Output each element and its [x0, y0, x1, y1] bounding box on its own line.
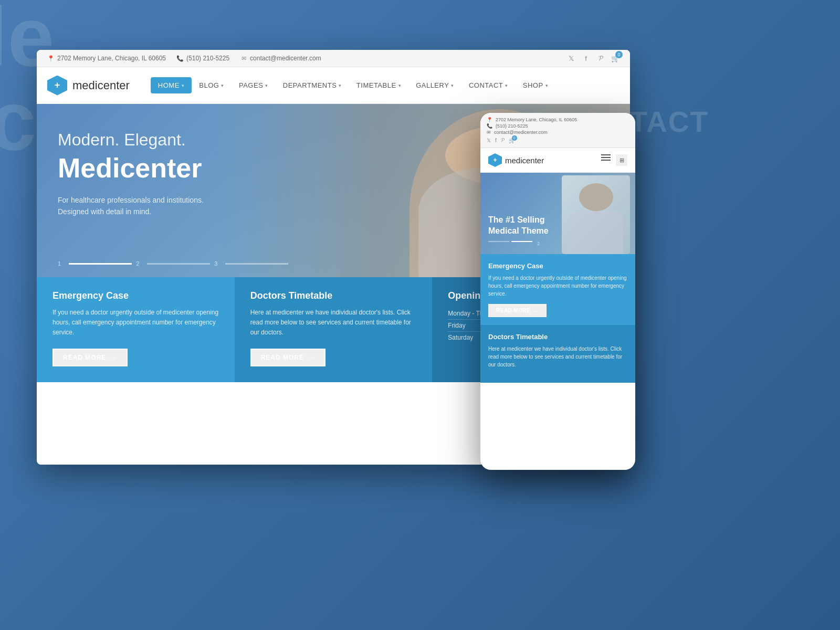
hamburger-line-2: [601, 157, 611, 158]
nav-link-shop[interactable]: SHOP ▾: [516, 77, 555, 93]
logo[interactable]: + medicenter: [47, 76, 130, 96]
mobile-card-emergency-btn[interactable]: READ MORE →: [488, 304, 547, 317]
nav-item-departments[interactable]: DEPARTMENTS ▾: [276, 77, 349, 93]
nav-link-gallery[interactable]: GALLERY ▾: [408, 77, 461, 93]
nav-item-shop[interactable]: SHOP ▾: [516, 77, 555, 93]
indicator-bar-2: [147, 263, 210, 265]
mobile-card-timetable-text: Here at medicenter we have individual do…: [488, 345, 627, 369]
mobile-nav-icons: ⊞: [601, 154, 627, 166]
card-timetable-btn[interactable]: READ MORE →: [250, 349, 326, 366]
card-emergency-btn[interactable]: READ MORE →: [52, 349, 128, 366]
email-item: ✉ contact@medicenter.com: [240, 55, 321, 62]
mobile-card-emergency-text: If you need a doctor urgently outside of…: [488, 274, 627, 298]
mobile-cards: Emergency Case If you need a doctor urge…: [480, 254, 635, 467]
twitter-icon[interactable]: 𝕏: [567, 54, 575, 62]
indicator-1: 1: [58, 260, 61, 267]
indicator-3: 3: [214, 260, 217, 267]
mobile-card-timetable: Doctors Timetable Here at medicenter we …: [480, 325, 635, 383]
mobile-hero-indicators: 2: [488, 241, 549, 246]
card-emergency-text: If you need a doctor urgently outside of…: [52, 308, 219, 338]
mobile-hero-title-line1: The #1 Selling: [488, 215, 549, 226]
email-icon: ✉: [240, 55, 247, 62]
card-timetable-title: Doctors Timetable: [250, 290, 417, 301]
home-chevron: ▾: [182, 83, 185, 88]
cart-icon[interactable]: 🛒 0: [611, 54, 620, 62]
phone-icon: 📞: [176, 55, 184, 62]
nav-link-home[interactable]: HOME ▾: [151, 77, 192, 93]
mobile-indicator-2: [511, 241, 532, 242]
mobile-pinterest-icon[interactable]: 𝓟: [501, 137, 505, 143]
nav-item-timetable[interactable]: TIMETABLE ▾: [349, 77, 408, 93]
mobile-hero-content: The #1 Selling Medical Theme 2: [488, 215, 549, 246]
pinterest-icon[interactable]: 𝓟: [596, 54, 605, 62]
address-item: 📍 2702 Memory Lane, Chicago, IL 60605: [47, 55, 166, 62]
email-text: contact@medicenter.com: [250, 55, 321, 62]
top-info-bar: 📍 2702 Memory Lane, Chicago, IL 60605 📞 …: [37, 50, 630, 67]
nav-link-timetable[interactable]: TIMETABLE ▾: [349, 77, 408, 93]
mobile-facebook-icon[interactable]: f: [495, 138, 497, 143]
shop-chevron: ▾: [545, 83, 549, 88]
mobile-logo-text: medicenter: [505, 156, 544, 165]
mobile-indicator-num: 2: [537, 241, 540, 246]
mobile-card-timetable-title: Doctors Timetable: [488, 333, 627, 341]
blog-chevron: ▾: [221, 83, 224, 88]
contact-chevron: ▾: [505, 83, 508, 88]
mobile-doctor-img: [562, 175, 630, 254]
nav-menu: HOME ▾ BLOG ▾ PAGES ▾ DEPARTMENTS: [151, 77, 555, 93]
nav-link-departments[interactable]: DEPARTMENTS ▾: [276, 77, 349, 93]
social-links: 𝕏 f 𝓟 🛒 0: [567, 54, 620, 62]
facebook-icon[interactable]: f: [582, 54, 590, 62]
nav-link-contact[interactable]: CONTACT ▾: [461, 77, 516, 93]
mobile-phone: (510) 210-5225: [496, 123, 528, 129]
mobile-card-emergency: Emergency Case If you need a doctor urge…: [480, 254, 635, 325]
mobile-hero-image: [542, 173, 635, 254]
nav-item-contact[interactable]: CONTACT ▾: [461, 77, 516, 93]
mobile-logo[interactable]: + medicenter: [488, 153, 544, 167]
logo-icon: +: [47, 76, 67, 96]
mobile-logo-icon: +: [488, 153, 502, 167]
pages-chevron: ▾: [265, 83, 268, 88]
mobile-cart-badge: 0: [512, 135, 517, 141]
nav-link-blog[interactable]: BLOG ▾: [192, 77, 232, 93]
nav-item-home[interactable]: HOME ▾: [151, 77, 192, 93]
card-timetable: Doctors Timetable Here at medicenter we …: [235, 277, 433, 382]
indicator-2: 2: [136, 260, 139, 267]
hamburger-line-1: [601, 154, 611, 155]
departments-chevron: ▾: [339, 83, 342, 88]
mobile-hero: The #1 Selling Medical Theme 2: [480, 173, 635, 254]
nav-item-gallery[interactable]: GALLERY ▾: [408, 77, 461, 93]
indicator-bar-3: [225, 263, 288, 265]
mobile-card-emergency-title: Emergency Case: [488, 262, 627, 270]
mobile-hero-title-line2: Medical Theme: [488, 226, 549, 237]
mobile-nav: + medicenter ⊞: [480, 148, 635, 173]
mobile-phone-row: 📞 (510) 210-5225: [487, 123, 629, 129]
mobile-address-row: 📍 2702 Memory Lane, Chicago, IL 60605: [487, 117, 629, 122]
mobile-hamburger[interactable]: [601, 154, 611, 166]
mobile-address: 2702 Memory Lane, Chicago, IL 60605: [496, 117, 577, 122]
hero-indicators: 1 2 3: [58, 260, 292, 267]
card-emergency: Emergency Case If you need a doctor urge…: [37, 277, 235, 382]
cart-badge: 0: [615, 51, 623, 58]
mobile-cart-icon[interactable]: 🛒 0: [509, 138, 515, 143]
mobile-settings-icon[interactable]: ⊞: [616, 154, 627, 166]
mobile-twitter-icon[interactable]: 𝕏: [487, 138, 491, 143]
indicator-bar-1: [69, 263, 132, 265]
hamburger-line-3: [601, 160, 611, 161]
mobile-social: 𝕏 f 𝓟 🛒 0: [487, 137, 629, 143]
location-icon: 📍: [47, 55, 55, 62]
nav-link-pages[interactable]: PAGES ▾: [232, 77, 276, 93]
card-emergency-title: Emergency Case: [52, 290, 219, 301]
address-text: 2702 Memory Lane, Chicago, IL 60605: [57, 55, 166, 62]
mobile-email: contact@medicenter.com: [494, 130, 548, 135]
mobile-topbar: 📍 2702 Memory Lane, Chicago, IL 60605 📞 …: [480, 113, 635, 148]
hero-description: For healthcare professionals and institu…: [58, 194, 257, 218]
nav-item-blog[interactable]: BLOG ▾: [192, 77, 232, 93]
card-timetable-text: Here at medicenter we have individual do…: [250, 308, 417, 338]
timetable-chevron: ▾: [398, 83, 402, 88]
mobile-phone-icon: 📞: [487, 123, 492, 129]
phone-item: 📞 (510) 210-5225: [176, 55, 229, 62]
mobile-indicator-1: [488, 241, 509, 242]
mobile-device: 📍 2702 Memory Lane, Chicago, IL 60605 📞 …: [480, 113, 635, 470]
nav-item-pages[interactable]: PAGES ▾: [232, 77, 276, 93]
nav-bar: + medicenter HOME ▾ BLOG ▾ PAGES ▾: [37, 67, 630, 104]
